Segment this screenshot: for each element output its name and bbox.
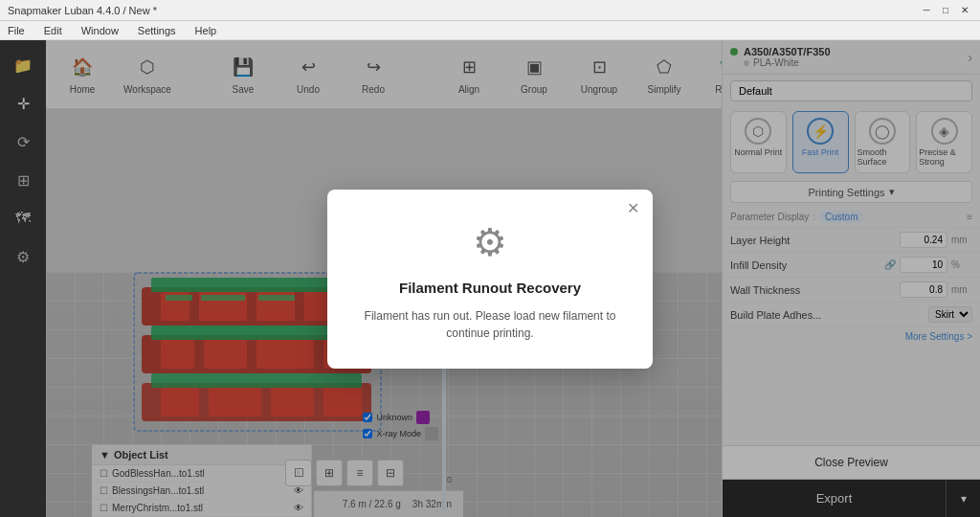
modal-overlay[interactable]: ✕ ⚙ Filament Runout Recovery Filament ha… [0, 40, 980, 517]
window-title: Snapmaker Luban 4.4.0 / New * [8, 5, 157, 16]
filament-runout-modal: ✕ ⚙ Filament Runout Recovery Filament ha… [327, 190, 653, 369]
menu-edit[interactable]: Edit [40, 25, 66, 36]
menu-help[interactable]: Help [191, 25, 221, 36]
maximize-button[interactable]: □ [938, 3, 953, 18]
title-bar: Snapmaker Luban 4.4.0 / New * ─ □ ✕ [0, 0, 980, 21]
minimize-button[interactable]: ─ [919, 3, 934, 18]
modal-close-button[interactable]: ✕ [627, 199, 639, 217]
window-controls: ─ □ ✕ [919, 3, 972, 18]
modal-title: Filament Runout Recovery [399, 280, 581, 296]
menu-window[interactable]: Window [78, 25, 122, 36]
close-button[interactable]: ✕ [957, 3, 972, 18]
modal-message: Filament has run out. Please load new fi… [354, 307, 626, 342]
modal-gear-icon: ⚙ [473, 220, 507, 264]
app-body: 📁 ✛ ⟳ ⊞ 🗺 ⚙ 🏠 Home ⬡ Workspace 💾 Save ↩ … [0, 40, 980, 517]
menu-settings[interactable]: Settings [134, 25, 180, 36]
menu-bar: File Edit Window Settings Help [0, 21, 980, 40]
menu-file[interactable]: File [4, 25, 29, 36]
